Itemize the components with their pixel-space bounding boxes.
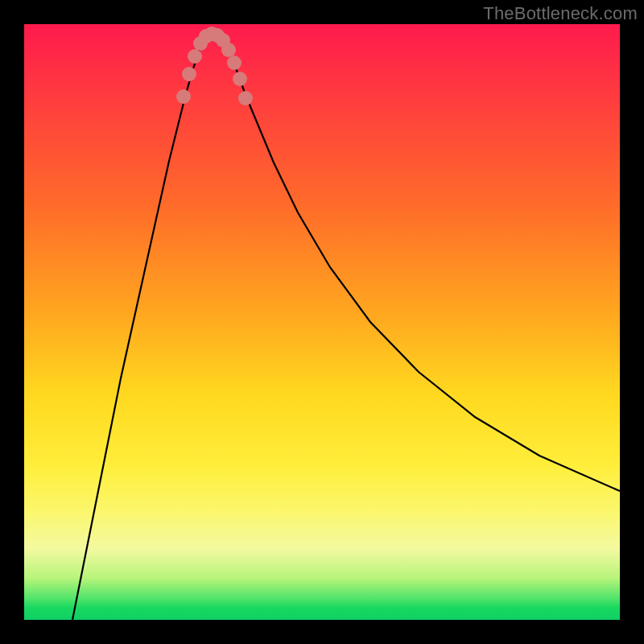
chart-frame: TheBottleneck.com xyxy=(0,0,644,644)
bottom-marker xyxy=(176,27,253,105)
curve-layer xyxy=(24,24,620,620)
marker-dot xyxy=(227,56,242,70)
marker-dot xyxy=(188,49,202,64)
marker-dot xyxy=(176,89,191,104)
marker-dot xyxy=(233,72,247,86)
watermark-text: TheBottleneck.com xyxy=(483,3,638,24)
marker-dot xyxy=(238,91,253,105)
marker-dot xyxy=(221,43,236,57)
bottleneck-curve xyxy=(72,34,620,620)
marker-dot xyxy=(182,67,196,81)
plot-area xyxy=(24,24,620,620)
